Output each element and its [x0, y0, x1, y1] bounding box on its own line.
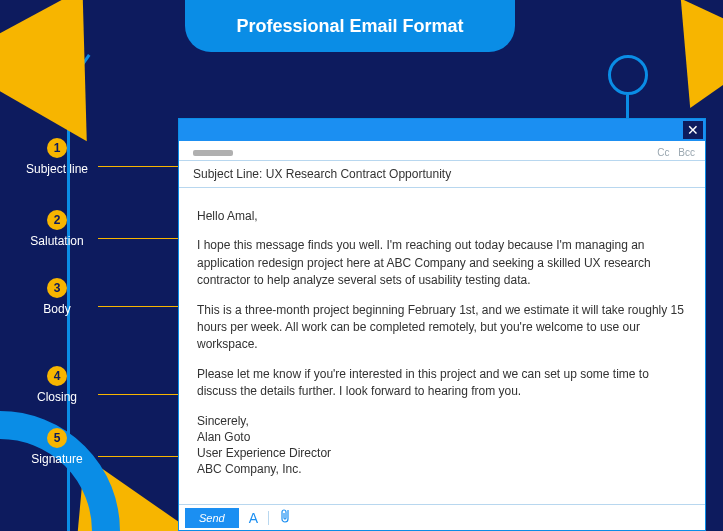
- annotation-number: 5: [47, 428, 67, 448]
- closing-text: Sincerely,: [197, 413, 687, 429]
- annotation-number: 2: [47, 210, 67, 230]
- page-title-banner: Professional Email Format: [185, 0, 515, 52]
- annotation-body: 3 Body: [12, 278, 102, 316]
- email-to-row: Cc Bcc: [179, 141, 705, 161]
- toolbar-divider: [268, 511, 269, 525]
- annotation-number: 1: [47, 138, 67, 158]
- page-title: Professional Email Format: [236, 16, 463, 37]
- annotation-label: Body: [43, 302, 70, 316]
- cc-bcc-group: Cc Bcc: [651, 147, 695, 158]
- annotation-signature: 5 Signature: [12, 428, 102, 466]
- to-field-placeholder[interactable]: [193, 150, 233, 156]
- annotation-closing: 4 Closing: [12, 366, 102, 404]
- email-window: ✕ Cc Bcc Subject Line: UX Research Contr…: [178, 118, 706, 531]
- cc-link[interactable]: Cc: [657, 147, 669, 158]
- send-button[interactable]: Send: [185, 508, 239, 528]
- annotation-number: 4: [47, 366, 67, 386]
- salutation-text: Hello Amal,: [197, 208, 687, 225]
- subject-field[interactable]: Subject Line: UX Research Contract Oppor…: [179, 161, 705, 188]
- annotation-label: Signature: [31, 452, 82, 466]
- bcc-link[interactable]: Bcc: [678, 147, 695, 158]
- body-paragraph: Please let me know if you're interested …: [197, 366, 687, 401]
- annotation-salutation: 2 Salutation: [12, 210, 102, 248]
- signature-title: User Experience Director: [197, 445, 687, 461]
- annotation-subject-line: 1 Subject line: [12, 138, 102, 176]
- subject-text: Subject Line: UX Research Contract Oppor…: [193, 167, 451, 181]
- annotation-label: Closing: [37, 390, 77, 404]
- annotation-label: Subject line: [26, 162, 88, 176]
- email-titlebar: ✕: [179, 119, 705, 141]
- email-body[interactable]: Hello Amal, I hope this message finds yo…: [179, 188, 705, 504]
- body-paragraph: I hope this message finds you well. I'm …: [197, 237, 687, 289]
- email-toolbar: Send A: [179, 504, 705, 530]
- body-paragraph: This is a three-month project beginning …: [197, 302, 687, 354]
- signature-name: Alan Goto: [197, 429, 687, 445]
- close-icon[interactable]: ✕: [683, 121, 703, 139]
- attachment-icon[interactable]: [279, 509, 291, 526]
- annotation-label: Salutation: [30, 234, 83, 248]
- formatting-icon[interactable]: A: [249, 510, 258, 526]
- annotation-number: 3: [47, 278, 67, 298]
- signature-company: ABC Company, Inc.: [197, 461, 687, 477]
